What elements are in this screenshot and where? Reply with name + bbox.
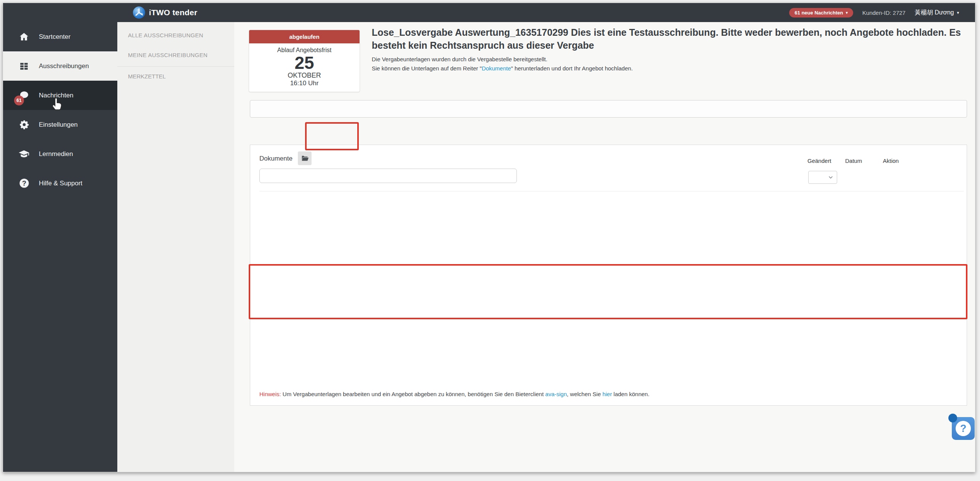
action-toolbar xyxy=(250,100,967,118)
sidebar-item-label: Ausschreibungen xyxy=(39,62,89,70)
sidebar-item-label: Startcenter xyxy=(39,33,70,41)
customer-id: Kunden-ID: 2727 xyxy=(862,10,905,16)
sidebar-item-lernmedien[interactable]: Lernmedien xyxy=(3,139,117,169)
chevron-down-icon: ▾ xyxy=(957,11,959,15)
sidebar-item-ausschreibungen[interactable]: Ausschreibungen xyxy=(3,51,117,81)
section-title-notes[interactable]: MERKZETTEL xyxy=(117,67,234,84)
status-badge: abgelaufen xyxy=(249,30,360,43)
graduation-cap-icon xyxy=(18,148,30,161)
new-messages-badge[interactable]: 61 neue Nachrichten ▾ xyxy=(789,8,853,18)
gear-icon xyxy=(18,118,30,131)
sidebar-item-label: Nachrichten xyxy=(39,92,74,99)
home-icon xyxy=(18,30,30,43)
screen: iTWO tender 61 neue Nachrichten ▾ Kunden… xyxy=(0,0,980,481)
ava-sign-link[interactable]: ava-sign xyxy=(545,391,567,397)
app-window: iTWO tender 61 neue Nachrichten ▾ Kunden… xyxy=(3,3,975,472)
tender-list-panel: ALLE AUSSCHREIBUNGEN MEINE AUSSCHREIBUNG… xyxy=(117,22,234,472)
section-title-mine: MEINE AUSSCHREIBUNGEN xyxy=(117,48,234,62)
folder-open-icon xyxy=(301,154,309,162)
dokumente-inline-link[interactable]: Dokumente xyxy=(482,65,511,72)
sidebar-item-label: Hilfe & Support xyxy=(39,180,82,187)
sidebar-item-label: Einstellungen xyxy=(39,121,78,129)
main-sidebar: StartcenterAusschreibungen61NachrichtenE… xyxy=(3,22,117,472)
app-brand: iTWO tender xyxy=(133,3,197,22)
chevron-down-icon xyxy=(828,175,833,180)
chat-bubble-icon: 61 xyxy=(18,89,30,102)
user-menu[interactable]: 黃楊胡 Dương ▾ xyxy=(914,9,959,17)
hint-text: Hinweis: Um Vergabeunterlagen bearbeiten… xyxy=(259,391,649,397)
app-title: iTWO tender xyxy=(149,8,197,17)
folder-toggle-button[interactable] xyxy=(298,151,312,165)
question-circle-icon: ? xyxy=(18,177,30,190)
document-tree xyxy=(259,191,964,191)
sidebar-item-einstellungen[interactable]: Einstellungen xyxy=(3,110,117,139)
sidebar-item-startcenter[interactable]: Startcenter xyxy=(3,22,117,51)
sidebar-item-hilfe-support[interactable]: ?Hilfe & Support xyxy=(3,169,117,198)
deadline-day: 25 xyxy=(249,54,360,72)
deadline-time: 16:10 Uhr xyxy=(249,79,360,88)
documents-panel: Dokumente Geändert Datum Aktion xyxy=(250,145,967,406)
main-content: abgelaufen Ablauf Angebotsfrist 25 OKTOB… xyxy=(234,22,975,472)
deadline-card: abgelaufen Ablauf Angebotsfrist 25 OKTOB… xyxy=(249,30,360,92)
sidebar-item-label: Lernmedien xyxy=(39,150,73,158)
user-name: 黃楊胡 Dương xyxy=(914,9,954,17)
help-button[interactable]: ? xyxy=(952,417,975,440)
notification-dot xyxy=(948,414,957,422)
svg-text:?: ? xyxy=(22,180,26,187)
document-filter-input[interactable] xyxy=(259,169,517,183)
documents-panel-title: Dokumente xyxy=(259,155,293,162)
hier-link[interactable]: hier xyxy=(603,391,612,397)
changed-filter-select[interactable] xyxy=(808,171,837,184)
chevron-down-icon: ▾ xyxy=(846,11,848,15)
top-bar: iTWO tender 61 neue Nachrichten ▾ Kunden… xyxy=(3,3,975,22)
itwo-logo-icon xyxy=(133,6,145,19)
tender-title: Lose_Losvergabe Auswertung_1635170299 Di… xyxy=(372,26,966,52)
status-progress-bar xyxy=(369,83,965,93)
section-title-all: ALLE AUSSCHREIBUNGEN xyxy=(117,28,234,43)
column-header-action: Aktion xyxy=(883,158,899,164)
column-header-date: Datum xyxy=(845,158,862,164)
message-count-badge: 61 xyxy=(14,96,24,105)
deadline-month: OKTOBER xyxy=(249,72,360,79)
question-mark-icon: ? xyxy=(956,421,971,436)
sidebar-item-nachrichten[interactable]: 61Nachrichten xyxy=(3,81,117,110)
tender-intro: Die Vergabeunterlagen wurden durch die V… xyxy=(372,55,966,73)
list-grid-icon xyxy=(18,60,30,73)
column-header-changed: Geändert xyxy=(807,158,831,164)
top-bar-right: 61 neue Nachrichten ▾ Kunden-ID: 2727 黃楊… xyxy=(789,3,959,22)
